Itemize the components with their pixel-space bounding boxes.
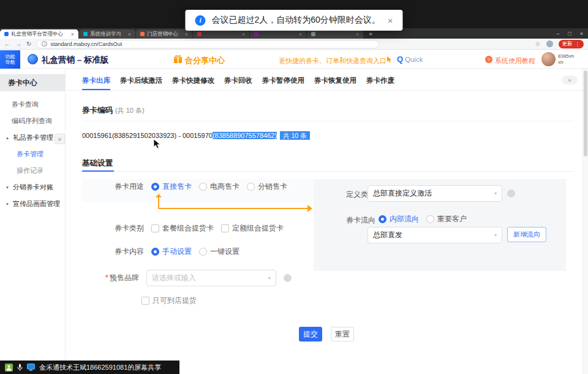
tab-close-icon[interactable]: × <box>356 31 359 37</box>
update-label: 更新 <box>562 40 573 48</box>
sidebar-item-distribution-reconciliation[interactable]: ▾ 分销券卡对账 <box>0 179 65 196</box>
sidebar-item-code-sequence-query[interactable]: 编码序列查询 <box>0 113 65 129</box>
tab-close-icon[interactable]: × <box>185 31 188 37</box>
option-label: 重要客户 <box>437 214 467 224</box>
browser-profile-avatar[interactable] <box>546 40 553 47</box>
card-flow-select[interactable]: 总部直发 ▾ <box>368 227 502 243</box>
radio-manual-setting[interactable]: 手动设置 <box>151 246 192 257</box>
site-info-icon[interactable]: i <box>42 41 47 47</box>
tab-card-quick-edit[interactable]: 券卡快捷修改 <box>172 72 214 90</box>
submit-button[interactable]: 提交 <box>299 327 322 342</box>
sidebar-item-label: 编码序列查询 <box>12 116 52 126</box>
tab-card-suspend[interactable]: 券卡暂停使用 <box>262 72 304 90</box>
option-label: 直接售卡 <box>162 181 192 192</box>
help-icon[interactable] <box>507 189 515 197</box>
browser-tab[interactable]: 礼盒营销平台管理中心 × <box>0 29 78 39</box>
radio-onekey-setting[interactable]: 一键设置 <box>199 246 239 257</box>
browser-tab[interactable]: 系统培训学习 × <box>79 29 135 39</box>
checkbox-icon <box>221 224 229 232</box>
tab-close-icon[interactable]: × <box>71 31 74 37</box>
page-scrollbar[interactable] <box>582 69 588 374</box>
panel-collapse-button[interactable]: » <box>562 75 578 85</box>
browser-tab[interactable]: 门店营销中心 × <box>136 29 192 39</box>
quick-label[interactable]: Quick <box>405 56 423 63</box>
select-value: 总部直发 <box>373 230 402 240</box>
toast-close-icon[interactable]: × <box>388 15 393 26</box>
share-center-link[interactable]: 合分享中心 <box>185 55 225 66</box>
back-icon[interactable]: ← <box>4 40 10 47</box>
sidebar-collapse-button[interactable]: ≡ <box>55 134 65 144</box>
browser-tab[interactable]: × <box>250 29 306 39</box>
browser-update-badge[interactable]: 更新 ⋮ <box>559 40 584 48</box>
definition-type-select[interactable]: 总部直接定义激活 ▾ <box>368 185 502 202</box>
favicon <box>254 32 258 36</box>
quick-q-icon[interactable]: Q <box>397 55 403 64</box>
radio-direct-sale[interactable]: 直接售卡 <box>151 181 192 192</box>
tutorial-link[interactable]: 系统使用教程 <box>495 56 535 66</box>
tab-card-restore[interactable]: 券卡恢复使用 <box>314 72 356 90</box>
tab-card-outbound[interactable]: 券卡出库 <box>82 72 110 90</box>
screen-share-bar: 金禾通技术王斌18662591081的屏幕共享 <box>0 361 179 374</box>
flow-arrow-horizontal <box>158 208 308 209</box>
function-nav-button[interactable]: 功能 导航 <box>0 50 20 69</box>
minimize-button[interactable]: – <box>556 31 559 37</box>
sidebar-item-promo-image-management[interactable]: ▾ 宣传品画面管理 <box>0 196 65 212</box>
codes-section-title: 券卡编码(共 10 条) <box>82 105 145 116</box>
new-tab-button[interactable]: + <box>364 30 377 37</box>
reload-icon[interactable]: ↻ <box>26 40 31 47</box>
maximize-button[interactable]: □ <box>568 31 571 37</box>
reset-button[interactable]: 重置 <box>331 327 354 342</box>
option-label: 分销售卡 <box>258 181 287 192</box>
user-avatar[interactable] <box>541 52 556 66</box>
option-label: 只可到店提货 <box>153 296 197 306</box>
codes-prefix: 00015961(8385291502033923) - 00015970 <box>82 132 213 139</box>
pointer-hand-icon <box>386 56 393 65</box>
checkbox-store-pickup-only[interactable]: 只可到店提货 <box>141 296 197 306</box>
help-icon[interactable] <box>284 274 292 282</box>
quick-entry-link[interactable]: 更快捷的券卡、订单和快递查询入口 <box>279 56 386 66</box>
browser-address-bar: ← → ↻ i standard.maboy.cn/CardsOut ☆ 更新 … <box>0 39 588 50</box>
nav-box-line1: 功能 <box>6 54 15 59</box>
sidebar-item-label: 券卡管理 <box>17 150 43 159</box>
tab-label: 礼盒营销平台管理中心 <box>11 31 69 38</box>
tab-card-recycle[interactable]: 券卡回收 <box>224 72 252 90</box>
sidebar-item-card-query[interactable]: 券卡查询 <box>0 96 65 113</box>
radio-on-icon <box>379 215 386 223</box>
forward-icon[interactable]: → <box>15 40 21 47</box>
browser-tab[interactable]: × <box>307 29 363 39</box>
tab-card-void[interactable]: 券卡作废 <box>366 72 394 90</box>
sidebar-item-card-management[interactable]: 券卡管理 <box>0 146 65 162</box>
browser-tab[interactable]: × <box>193 29 249 39</box>
tab-close-icon[interactable]: × <box>242 31 245 37</box>
scrollbar-thumb[interactable] <box>584 71 587 156</box>
tab-close-icon[interactable]: × <box>128 31 131 37</box>
field-label: 券卡用途 <box>115 181 144 192</box>
presale-brand-select[interactable]: 请选择或输入 ▾ <box>146 270 276 286</box>
tab-card-followup-activation[interactable]: 券卡后续激活 <box>120 72 162 90</box>
checkbox-fixed-combo-card[interactable]: 定额组合提货卡 <box>221 223 284 234</box>
sidebar-item-label: 礼品券卡管理 <box>13 133 53 142</box>
basic-settings-active-underline <box>82 170 114 172</box>
bookmark-star-icon[interactable]: ☆ <box>535 40 541 47</box>
caret-down-icon: ▾ <box>4 185 10 190</box>
radio-ecommerce-sale[interactable]: 电商售卡 <box>199 181 239 192</box>
user-name: 8385xh <box>558 53 574 59</box>
codes-selected-text: (8385889075578462) <box>213 132 277 139</box>
add-flow-button[interactable]: 新增流向 <box>507 227 546 242</box>
select-value: 总部直接定义激活 <box>373 188 432 199</box>
tab-close-icon[interactable]: × <box>299 31 302 37</box>
radio-on-icon <box>151 183 159 191</box>
sidebar-menu: 券卡查询 编码序列查询 ▴ 礼品券卡管理 券卡管理 操作记录 ▾ 分销券卡对账 … <box>0 91 65 212</box>
sidebar-item-operation-log[interactable]: 操作记录 <box>0 162 65 179</box>
sidebar-item-label: 操作记录 <box>17 166 43 175</box>
close-button[interactable]: × <box>580 31 583 37</box>
sharer-avatar-icon <box>5 364 13 372</box>
sidebar-section-title[interactable]: 券卡中心 <box>0 74 65 91</box>
checkbox-package-combo-card[interactable]: 套餐组合提货卡 <box>151 223 214 234</box>
meeting-toast: i 会议已超过2人，自动转为60分钟限时会议。 × <box>185 10 402 31</box>
radio-important-customer[interactable]: 重要客户 <box>426 214 467 224</box>
radio-internal-flow[interactable]: 内部流向 <box>379 214 419 224</box>
url-input[interactable]: i standard.maboy.cn/CardsOut <box>36 40 379 48</box>
url-text: standard.maboy.cn/CardsOut <box>50 41 122 47</box>
radio-distribution-sale[interactable]: 分销售卡 <box>247 181 287 192</box>
